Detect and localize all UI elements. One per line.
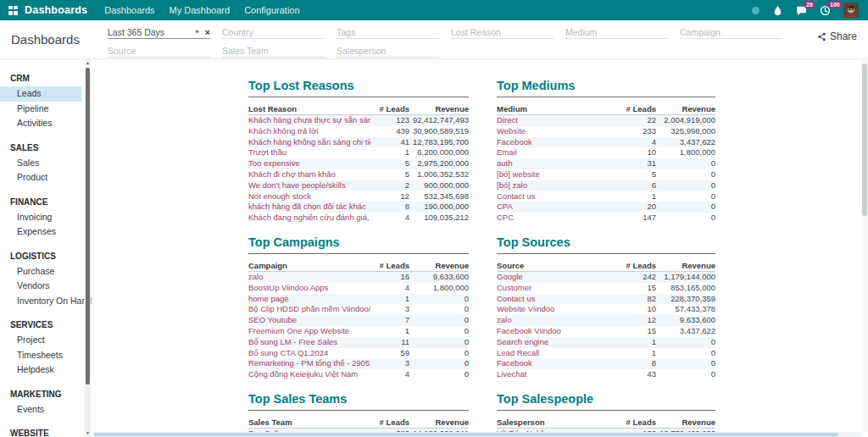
row-link[interactable]: Search engine (497, 337, 617, 348)
filter-campaign (680, 25, 782, 39)
filter-input-tags[interactable] (337, 27, 439, 37)
card-title: Top Sales Teams (248, 392, 469, 406)
row-link[interactable]: BoostUp Viindoo Apps (248, 283, 370, 294)
sidebar-scrollbar[interactable]: ▲ ▼ (85, 59, 91, 437)
app-name[interactable]: Dashboards (25, 4, 87, 16)
sidebar-item-project[interactable]: Project (0, 333, 81, 348)
row-link[interactable]: Khách không trả lời (248, 126, 370, 137)
row-link[interactable]: zalo (248, 272, 370, 283)
row-link[interactable]: Bổ sung LM - Free Sales (248, 337, 370, 348)
row-link[interactable]: Website (497, 126, 617, 137)
row-link[interactable]: Khách đi chợ tham khảo (248, 169, 370, 180)
row-link[interactable]: Khách đang nghiên cứu đánh giá, chưa có … (248, 213, 370, 224)
row-link[interactable]: Not enough stock (248, 191, 370, 202)
menu-item-configuration[interactable]: Configuration (244, 5, 299, 15)
revenue-value: 0 (409, 315, 469, 326)
sidebar-section-crm: CRM (10, 73, 93, 84)
messages-icon[interactable]: 20 (796, 5, 807, 16)
row-link[interactable]: Bổ sung CTA Q1.2024 (248, 348, 370, 359)
row-link[interactable]: Cộng đồng Keieijuku Việt Nam (248, 369, 370, 380)
row-link[interactable]: Facebook (497, 137, 617, 148)
sidebar-item-expenses[interactable]: Expenses (0, 224, 81, 240)
horizontal-scrollbar[interactable] (93, 432, 861, 437)
leads-value: 123 (370, 115, 409, 126)
sidebar-item-activities[interactable]: Activities (0, 116, 81, 131)
sidebar-scrollbar-thumb[interactable] (86, 68, 90, 384)
row-link[interactable]: We don't have people/skills (248, 180, 370, 191)
column-header-leads: # Leads (370, 418, 409, 428)
row-link[interactable]: home page (248, 294, 370, 305)
scroll-down-icon[interactable]: ▼ (85, 429, 91, 437)
date-range-filter[interactable]: Last 365 Days ▾ × (108, 25, 210, 39)
row-link[interactable]: Lead Recall (497, 348, 617, 359)
row-link[interactable]: Trượt thầu (248, 147, 370, 158)
row-link[interactable]: SEO Youtube (248, 315, 370, 326)
row-link[interactable]: Freemium One App Website (248, 326, 370, 337)
row-link[interactable]: Website Viindoo (497, 304, 617, 315)
row-link[interactable]: Email (497, 147, 617, 158)
column-header-revenue: Revenue (656, 104, 715, 114)
row-link[interactable]: Customer (497, 283, 617, 294)
filter-input-lost-reason[interactable] (451, 27, 554, 37)
droplet-icon[interactable] (772, 5, 783, 16)
scroll-up-icon[interactable]: ▲ (85, 59, 91, 67)
leads-value: 439 (370, 126, 409, 137)
filter-input-sales-team[interactable] (222, 46, 325, 56)
sidebar-item-purchase[interactable]: Purchase (0, 264, 81, 279)
chevron-down-icon[interactable]: ▾ (196, 28, 199, 36)
row-link[interactable]: CPA (497, 202, 617, 213)
filter-input-campaign[interactable] (680, 27, 782, 37)
sidebar-item-vendors[interactable]: Vendors (0, 279, 81, 294)
sidebar-item-product[interactable]: Product (0, 170, 81, 185)
vertical-scrollbar[interactable] (861, 59, 868, 432)
sidebar-item-sales[interactable]: Sales (0, 156, 81, 171)
filter-grid: Last 365 Days ▾ × (108, 25, 782, 58)
menu-item-dashboards[interactable]: Dashboards (104, 5, 154, 15)
sidebar-item-helpdesk[interactable]: Helpdesk (0, 362, 81, 378)
filter-input-country[interactable] (222, 27, 325, 37)
row-link[interactable]: Too expensive (248, 158, 370, 169)
card-top-campaigns: Top CampaignsCampaign# LeadsRevenuezalo1… (248, 235, 469, 380)
revenue-value: 3,437,622 (656, 137, 715, 148)
row-link[interactable]: Khách hàng chưa thực sự sẵn sàng (248, 115, 370, 126)
row-link[interactable]: [bỏ] website (497, 169, 617, 180)
row-link[interactable]: zalo (497, 315, 617, 326)
sidebar-item-leads[interactable]: Leads (0, 86, 81, 102)
leads-value: 5 (617, 169, 656, 180)
row-link[interactable]: Google (497, 272, 617, 283)
apps-menu-icon[interactable] (8, 6, 18, 15)
row-link[interactable]: auth (497, 158, 617, 169)
filter-input-medium[interactable] (565, 27, 668, 37)
sidebar-item-events[interactable]: Events (0, 402, 81, 418)
card-top-salespeople: Top SalespeopleSalesperson# LeadsRevenue… (497, 392, 715, 432)
leads-value: 15 (617, 326, 656, 337)
sidebar-item-timesheets[interactable]: Timesheets (0, 348, 81, 363)
revenue-value: 0 (409, 358, 469, 369)
row-link[interactable]: [bỏ] zalo (497, 180, 617, 191)
row-link[interactable]: Livechat (497, 369, 617, 380)
row-link[interactable]: CPC (497, 213, 617, 224)
horizontal-scrollbar-thumb[interactable] (93, 433, 838, 436)
row-link[interactable]: Bộ Clip HDSD phần mềm Viindoo/ERPOnline … (248, 304, 370, 315)
row-link[interactable]: Facebook Viindoo (497, 326, 617, 337)
menu-item-my-dashboard[interactable]: My Dashboard (170, 5, 231, 15)
row-link[interactable]: khách hàng đã chọn đối tác khác (248, 202, 370, 213)
sidebar-item-invoicing[interactable]: Invoicing (0, 210, 81, 225)
table-row: Facebook43,437,622 (497, 137, 715, 148)
filter-input-salesperson[interactable] (337, 46, 439, 56)
row-link[interactable]: Remarketing - PM tổng thể - 29052024 (248, 358, 370, 369)
row-link[interactable]: Facebook (497, 358, 617, 369)
clear-filter-icon[interactable]: × (205, 28, 210, 36)
activities-clock-icon[interactable]: 100 (820, 5, 831, 16)
row-link[interactable]: Contact us (497, 294, 617, 305)
sidebar-item-inventory-on-hand[interactable]: Inventory On Hand (0, 294, 81, 309)
sidebar-item-pipeline[interactable]: Pipeline (0, 102, 81, 117)
user-avatar[interactable] (843, 3, 859, 18)
row-link[interactable]: Direct (497, 115, 617, 126)
filter-input-source[interactable] (108, 46, 210, 56)
vertical-scrollbar-thumb[interactable] (862, 64, 867, 216)
revenue-value: 2,975,200,000 (409, 158, 469, 169)
row-link[interactable]: Khách hàng không sẵn sàng chi tiền (248, 137, 370, 148)
row-link[interactable]: Contact us (497, 191, 617, 202)
share-button[interactable]: Share (817, 30, 857, 42)
